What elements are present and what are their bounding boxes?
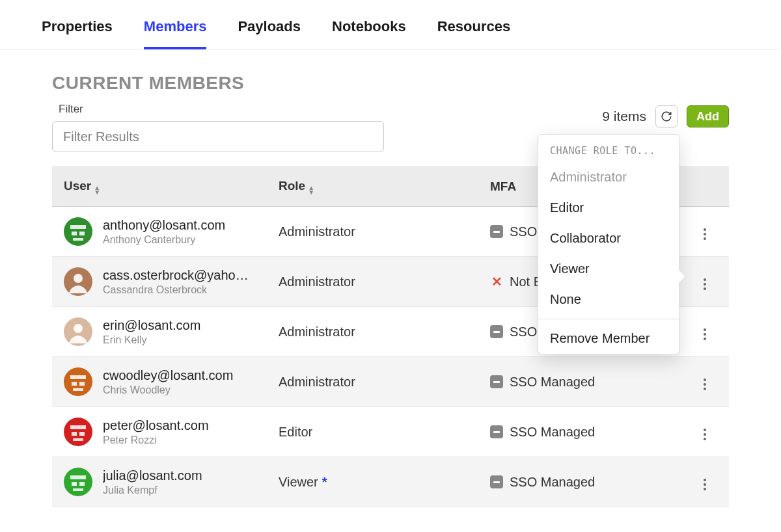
dropdown-remove-member[interactable]: Remove Member [538,323,679,354]
avatar [64,267,92,296]
svg-rect-18 [73,438,83,441]
row-actions-button[interactable] [700,475,710,494]
svg-rect-22 [79,482,85,486]
svg-rect-23 [73,488,83,491]
svg-point-14 [64,418,92,446]
dropdown-option-viewer[interactable]: Viewer [538,254,679,284]
mfa-status: SSO Managed [510,475,595,490]
role-cell: Administrator [267,307,478,357]
tab-properties[interactable]: Properties [42,18,113,49]
mfa-status: SSO Managed [510,375,595,390]
dropdown-option-none[interactable]: None [538,284,679,315]
row-actions-button[interactable] [700,375,710,394]
svg-point-19 [64,468,92,496]
role-cell: Administrator [267,257,478,307]
svg-point-6 [74,274,83,283]
mfa-sso-icon [490,425,503,438]
tabs: PropertiesMembersPayloadsNotebooksResour… [0,0,781,49]
svg-rect-21 [72,482,77,486]
user-name: Julia Kempf [103,485,202,496]
mfa-sso-icon [490,325,503,338]
mfa-sso-icon [490,475,503,488]
mfa-status: SSO Managed [510,425,595,440]
sort-icon: ▲▼ [94,185,100,194]
svg-rect-2 [72,232,77,235]
row-actions-button[interactable] [700,224,710,244]
sort-icon: ▲▼ [308,185,314,194]
svg-rect-4 [73,238,83,241]
row-actions-button[interactable] [700,274,710,294]
mfa-sso-icon [490,225,503,238]
mfa-not-enabled-icon: ✕ [490,275,503,288]
role-cell: Administrator [267,357,478,407]
dropdown-option-editor[interactable]: Editor [538,193,679,223]
dropdown-current-role: Administrator [538,162,679,193]
svg-rect-17 [79,432,85,436]
dropdown-separator [538,319,679,319]
col-user[interactable]: User▲▼ [52,167,267,207]
avatar [64,217,92,246]
table-row: julia@losant.comJulia KempfViewer*SSO Ma… [52,457,729,507]
avatar [64,418,92,446]
tab-members[interactable]: Members [144,18,207,49]
role-cell: Administrator [267,207,478,257]
svg-point-9 [64,367,92,396]
svg-rect-1 [70,225,86,229]
svg-point-0 [64,217,92,246]
user-name: Erin Kelly [103,334,200,346]
avatar [64,317,92,346]
svg-rect-20 [70,475,86,479]
refresh-button[interactable] [655,105,678,127]
user-name: Peter Rozzi [103,434,209,446]
col-actions [680,167,729,207]
user-email[interactable]: peter@losant.com [103,418,209,433]
avatar [64,468,92,496]
mfa-sso-icon [490,375,503,388]
user-name: Cassandra Osterbrock [103,284,249,296]
tab-notebooks[interactable]: Notebooks [332,18,406,49]
role-override-icon: * [322,475,327,489]
user-email[interactable]: cass.osterbrock@yaho… [103,268,249,283]
role-dropdown: CHANGE ROLE TO... Administrator EditorCo… [538,134,679,354]
svg-rect-11 [72,382,77,386]
role-cell: Viewer* [267,457,478,507]
role-cell: Editor [267,407,478,457]
user-email[interactable]: erin@losant.com [103,318,200,333]
col-role[interactable]: Role▲▼ [267,167,478,207]
tab-resources[interactable]: Resources [437,18,511,49]
svg-rect-3 [79,232,85,235]
tab-payloads[interactable]: Payloads [238,18,301,49]
svg-rect-10 [70,375,86,379]
filter-input[interactable] [52,121,384,152]
row-actions-button[interactable] [700,325,710,344]
dropdown-option-collaborator[interactable]: Collaborator [538,223,679,254]
user-email[interactable]: anthony@losant.com [103,218,225,233]
dropdown-options: EditorCollaboratorViewerNone [538,193,679,315]
user-email[interactable]: cwoodley@losant.com [103,368,233,383]
user-name: Chris Woodley [103,384,233,396]
svg-rect-12 [79,382,85,386]
add-button[interactable]: Add [687,105,729,127]
svg-point-8 [74,324,83,333]
table-row: cwoodley@losant.comChris WoodleyAdminist… [52,357,729,407]
user-email[interactable]: julia@losant.com [103,468,202,483]
row-actions-button[interactable] [700,425,710,444]
section-title: CURRENT MEMBERS [52,73,729,94]
item-count: 9 items [602,109,646,124]
toolbar: 9 items Add [602,105,729,127]
svg-rect-13 [73,388,83,391]
user-name: Anthony Canterbury [103,234,225,246]
refresh-icon [661,111,672,122]
dropdown-header: CHANGE ROLE TO... [538,135,679,162]
svg-rect-16 [72,432,77,436]
svg-rect-15 [70,425,86,429]
table-row: peter@losant.comPeter RozziEditorSSO Man… [52,407,729,457]
avatar [64,367,92,396]
